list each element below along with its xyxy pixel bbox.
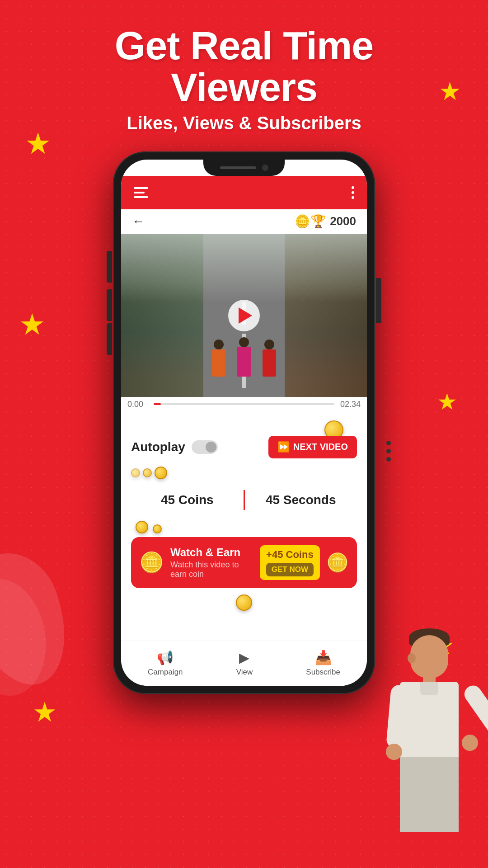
get-now-button[interactable]: GET NOW [266,563,314,576]
play-triangle-icon [239,307,252,324]
coin-deco-3 [155,467,167,479]
outside-dots-menu [386,441,391,462]
outside-dot-3 [386,457,391,462]
bottom-coin-row [131,594,357,611]
stats-row: 45 Coins 45 Seconds [131,486,357,514]
phone-screen: ← 🪙🏆 2000 [121,160,367,686]
app-bar [121,176,367,209]
banner-coin-right-icon: 🪙 [326,552,349,573]
coins-badge: +45 Coins GET NOW [260,545,320,580]
person-3 [263,340,276,377]
banner-coin-left-icon: 🪙 [139,551,164,574]
time-current: 0.00 [127,400,149,409]
man-head [410,635,448,678]
hamburger-menu-icon[interactable] [134,187,148,198]
coin-deco-5 [153,524,162,533]
coins-decoration-row [131,467,357,479]
man-right-hand [462,735,478,751]
outside-dot-1 [386,441,391,445]
phone-notch [203,160,285,176]
more-options-icon[interactable] [352,186,354,199]
sub-navigation-bar: ← 🪙🏆 2000 [121,209,367,234]
subscribe-label: Subscribe [306,668,340,677]
phone-outer-shell: ← 🪙🏆 2000 [113,151,375,694]
fog-effect [121,234,367,302]
phone-mockup: ← 🪙🏆 2000 [0,151,488,694]
toggle-knob [206,442,216,453]
people-silhouettes [212,337,276,377]
video-player[interactable] [121,234,367,397]
progress-track[interactable] [154,403,334,405]
play-button[interactable] [228,300,260,331]
coin-deco-2 [143,468,152,477]
person-2 [237,337,251,377]
star-decoration-6: ★ [33,696,57,728]
notch-bar [220,166,256,169]
coin-amount: 2000 [330,214,356,228]
notch-camera [262,165,268,171]
next-video-label: NEXT VIDEO [293,442,348,452]
subscribe-icon: 📥 [315,650,332,665]
outside-dot-2 [386,449,391,453]
progress-fill [154,403,161,405]
coins-decoration-row2 [131,521,357,533]
nav-item-campaign[interactable]: 📢 Campaign [148,650,183,677]
back-button[interactable]: ← [132,214,145,229]
autoplay-row: Autoplay ⏩ NEXT VIDEO [131,436,357,458]
person-1 [212,340,225,377]
time-total: 02.34 [339,400,361,409]
coins-badge-amount: +45 Coins [266,549,314,561]
seconds-stat: 45 Seconds [245,493,357,507]
banner-title: Watch & Earn [170,546,253,559]
coin-display: 🪙🏆 2000 [295,214,356,229]
man-left-ear [408,653,416,663]
header-title: Get Real Time Viewers [0,25,488,108]
man-collar [420,682,438,695]
coin-bottom-center [236,594,252,611]
autoplay-label: Autoplay [131,440,185,454]
campaign-icon: 📢 [157,650,174,665]
campaign-label: Campaign [148,668,183,677]
fast-forward-icon: ⏩ [277,441,290,453]
content-area: Autoplay ⏩ NEXT VIDEO [121,412,367,611]
coins-stat: 45 Coins [131,493,244,507]
man-pants [400,757,459,832]
coin-icon: 🪙🏆 [295,214,326,229]
autoplay-toggle[interactable] [192,440,218,454]
header-subtitle: Likes, Views & Subscribers [0,113,488,133]
coin-deco-4 [136,521,148,533]
nav-item-subscribe[interactable]: 📥 Subscribe [306,650,340,677]
banner-text: Watch & Earn Watch this video to earn co… [170,546,253,579]
nav-item-view[interactable]: ▶ View [236,650,253,677]
view-icon: ▶ [239,650,249,665]
view-label: View [236,668,253,677]
watch-earn-banner[interactable]: 🪙 Watch & Earn Watch this video to earn … [131,537,357,588]
bottom-navigation: 📢 Campaign ▶ View 📥 Subscribe [121,641,367,686]
banner-subtitle: Watch this video to earn coin [170,560,253,579]
coin-deco-1 [131,468,140,477]
header-section: Get Real Time Viewers Likes, Views & Sub… [0,0,488,147]
man-figure-overlay [371,624,479,832]
video-progress-bar[interactable]: 0.00 02.34 [121,397,367,412]
next-video-button[interactable]: ⏩ NEXT VIDEO [268,436,357,458]
